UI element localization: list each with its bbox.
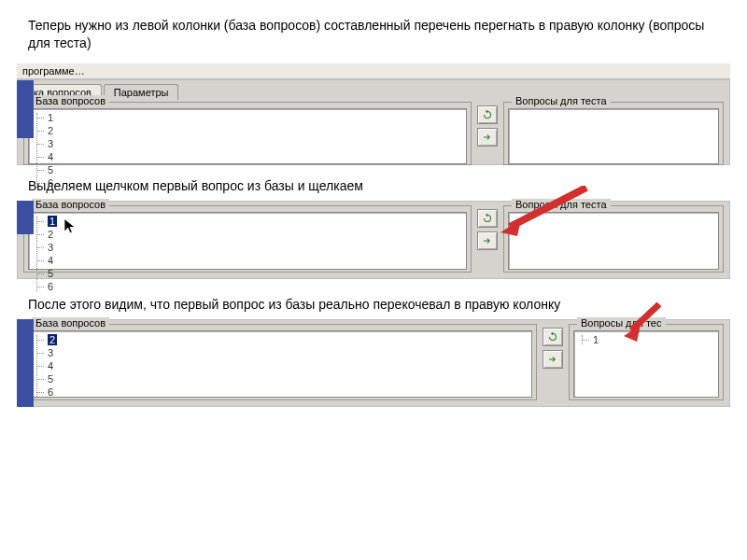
list-item[interactable]: 5 xyxy=(42,267,462,280)
groupbox-left: База вопросов 1 2 3 4 5 6 xyxy=(23,205,472,273)
legend-left: База вопросов xyxy=(32,95,109,106)
tabstrip: ка вопросов Параметры xyxy=(23,84,724,100)
transfer-buttons xyxy=(477,102,498,147)
list-item[interactable]: 5 xyxy=(42,163,462,176)
list-item[interactable]: 2 xyxy=(42,333,528,346)
transfer-buttons xyxy=(543,324,563,369)
list-item[interactable]: 4 xyxy=(42,150,462,163)
legend-right: Вопросы для тес xyxy=(577,317,666,329)
screenshot-2: База вопросов 1 2 3 4 5 6 xyxy=(17,201,730,283)
legend-left: База вопросов xyxy=(32,199,109,210)
refresh-button[interactable] xyxy=(477,105,498,124)
legend-right: Вопросы для теста xyxy=(512,95,611,106)
list-item[interactable]: 3 xyxy=(42,346,528,359)
caption-intro: Теперь нужно из левой колонки (база вопр… xyxy=(28,17,719,52)
legend-right: Вопросы для теста xyxy=(512,199,611,210)
groupbox-right: Вопросы для теста xyxy=(503,102,724,165)
tree-left[interactable]: 1 2 3 4 5 6 xyxy=(28,108,467,164)
refresh-button[interactable] xyxy=(543,328,563,346)
list-item[interactable]: 5 xyxy=(42,372,528,385)
transfer-buttons xyxy=(477,205,498,250)
list-item[interactable]: 6 xyxy=(42,176,462,189)
list-item[interactable]: 2 xyxy=(42,124,462,137)
list-item[interactable]: 6 xyxy=(42,280,462,293)
list-item[interactable]: 3 xyxy=(42,137,462,150)
move-right-button[interactable] xyxy=(477,128,498,147)
list-item[interactable]: 2 xyxy=(42,228,462,241)
legend-left: База вопросов xyxy=(32,317,109,329)
tree-right[interactable] xyxy=(508,108,719,164)
list-item[interactable]: 1 xyxy=(587,333,714,346)
tree-right[interactable] xyxy=(508,212,719,270)
screenshot-3: База вопросов 2 3 4 5 6 xyxy=(17,319,730,413)
tree-left[interactable]: 1 2 3 4 5 6 xyxy=(28,212,467,270)
list-item[interactable]: 4 xyxy=(42,359,528,372)
groupbox-left: База вопросов 2 3 4 5 6 xyxy=(23,324,537,400)
groupbox-left: База вопросов 1 2 3 4 5 6 xyxy=(23,102,472,165)
list-item[interactable]: 4 xyxy=(42,254,462,267)
list-item[interactable]: 3 xyxy=(42,241,462,254)
tree-left[interactable]: 2 3 4 5 6 xyxy=(28,330,532,398)
groupbox-right: Вопросы для тес 1 xyxy=(569,324,724,400)
refresh-button[interactable] xyxy=(477,209,498,228)
caption-step3: После этого видим, что первый вопрос из … xyxy=(28,296,719,314)
move-right-button[interactable] xyxy=(477,231,498,250)
list-item[interactable]: 1 xyxy=(42,111,462,124)
move-right-button[interactable] xyxy=(543,350,563,369)
list-item[interactable]: 1 xyxy=(42,215,462,228)
tree-right[interactable]: 1 xyxy=(573,330,719,398)
list-item[interactable]: 6 xyxy=(42,385,528,399)
tab-params[interactable]: Параметры xyxy=(104,84,179,100)
screenshot-1: программе… ка вопросов Параметры База во… xyxy=(17,63,730,164)
groupbox-right: Вопросы для теста xyxy=(503,205,724,273)
